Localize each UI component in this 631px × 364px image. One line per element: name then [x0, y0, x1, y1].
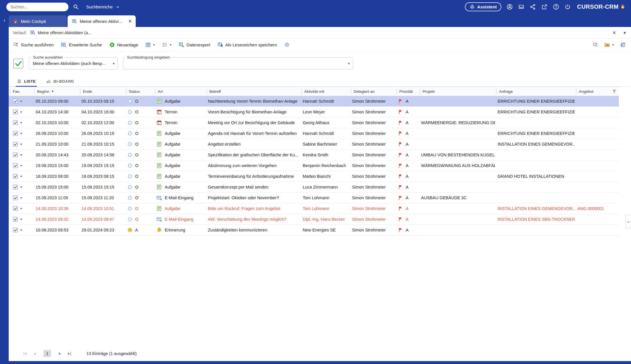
prev-page-button[interactable] [32, 351, 38, 357]
expand-left-panel-icon[interactable]: › [0, 14, 9, 27]
row-checkbox[interactable] [12, 152, 18, 158]
tab-mein-cockpit[interactable]: Mein Cockpit [9, 15, 67, 27]
search-scope-dropdown[interactable]: Suchbereiche [86, 4, 120, 9]
row-menu-caret[interactable]: ▾ [20, 131, 22, 135]
row-checkbox[interactable] [12, 120, 18, 126]
last-page-button[interactable] [66, 351, 72, 357]
saved-search-icon[interactable] [13, 58, 24, 69]
list-view-dropdown[interactable]: ▾ [162, 42, 172, 48]
table-row[interactable]: ▾ 04.10.2023 14:30 04.10.2023 16:00 O Te… [9, 107, 619, 117]
row-checkbox[interactable] [12, 163, 18, 169]
new-entry-button[interactable]: Neuanlage [109, 42, 138, 48]
col-header-status[interactable]: Status [125, 87, 154, 96]
row-menu-caret[interactable]: ▾ [20, 207, 22, 211]
logout-power-icon[interactable] [564, 3, 571, 10]
advanced-search-button[interactable]: Erweiterte Suche [61, 42, 102, 48]
new-entry-label: Neuanlage [117, 42, 138, 47]
table-row[interactable]: ▾ 15.09.2023 11:05 15.09.2023 11:20 O E-… [9, 193, 619, 203]
search-condition-label: Suchbedingung eingeben [126, 55, 171, 59]
table-row[interactable]: ▾ 05.10.2023 09:00 05.10.2023 09:15 O Au… [9, 96, 619, 107]
favorite-star-button[interactable] [284, 42, 290, 48]
col-header-ende[interactable]: Ende [79, 87, 125, 96]
row-checkbox[interactable] [12, 173, 18, 179]
betreff-cell: Nachbereitung Vorort-Termin Biomethan-An… [205, 99, 300, 104]
col-header-beginn[interactable]: Beginn▼ [33, 87, 79, 96]
column-filter-icon[interactable] [612, 89, 617, 94]
table-row[interactable]: ▾ 10.08.2023 09:53 29.01.2024 09:23 A Er… [9, 225, 619, 236]
user-account-icon[interactable] [506, 3, 513, 10]
row-checkbox[interactable] [12, 141, 18, 147]
delegiert-an-cell: Simon Strohmeier [349, 228, 395, 232]
row-menu-caret[interactable]: ▾ [20, 196, 22, 200]
col-header-art[interactable]: Art [154, 87, 205, 96]
row-menu-caret[interactable]: ▾ [20, 142, 22, 146]
data-export-button[interactable]: Datenexport [178, 42, 210, 48]
close-view-icon[interactable]: ✕ [612, 30, 616, 35]
row-menu-caret[interactable]: ▾ [20, 174, 22, 178]
tab-liste[interactable]: LISTE [16, 79, 37, 86]
row-menu-caret[interactable]: ▾ [20, 217, 22, 221]
tab-bi-board[interactable]: BI-BOARD [45, 79, 75, 86]
table-row[interactable]: ▾ 20.09.2023 14:43 20.09.2023 14:58 O Au… [9, 150, 619, 160]
run-search-button[interactable]: Suche ausführen [13, 42, 54, 48]
row-checkbox[interactable] [12, 184, 18, 190]
delegiert-an-cell: Simon Strohmeier [349, 142, 395, 146]
col-header-fav[interactable]: Fav. [9, 87, 33, 96]
next-page-button[interactable] [57, 351, 63, 357]
priority-flag-icon [398, 206, 403, 211]
history-item[interactable]: Meine offenen Aktivitäten (a... [30, 30, 91, 35]
table-row[interactable]: ▾ 02.10.2023 10:00 02.10.2023 12:00 O Te… [9, 117, 619, 128]
row-checkbox[interactable] [12, 195, 18, 201]
table-view-dropdown[interactable]: ▾ [145, 42, 155, 48]
table-row[interactable]: ▾ 26.09.2023 10:00 26.09.2023 10:15 O Au… [9, 128, 619, 139]
table-row[interactable]: ▾ 15.09.2023 15:00 15.09.2023 15:15 O Au… [9, 182, 619, 193]
collapse-right-panel-button[interactable]: « [625, 215, 631, 228]
tab-meine-offenen-aktivitaeten[interactable]: Meine offenen Aktivi... ✕ [68, 15, 136, 27]
col-header-projekt[interactable]: Projekt [418, 87, 495, 96]
search-select-combo[interactable]: Suche auswählen Meine offenen Aktivitäte… [29, 57, 118, 70]
open-folder-dropdown[interactable]: ▾ [604, 42, 614, 48]
table-row[interactable]: ▾ 14.09.2023 09:32 14.09.2023 09:47 O E-… [9, 214, 619, 225]
table-row[interactable]: ▾ 21.09.2023 10:00 21.09.2023 10:15 O Au… [9, 139, 619, 150]
share-icon[interactable] [530, 3, 536, 10]
current-page[interactable]: 1 [43, 350, 51, 357]
search-rights-button[interactable] [592, 42, 598, 48]
aktivitaet-mit-cell: Hannah Schmidt [300, 131, 349, 136]
col-header-delegiert-an[interactable]: Delegiert an [349, 87, 395, 96]
table-row[interactable]: ▾ 19.09.2023 15:00 19.09.2023 15:15 O Au… [9, 160, 619, 171]
col-header-aktivitaet-mit[interactable]: Aktivität mit [300, 87, 349, 96]
row-checkbox[interactable] [12, 206, 18, 211]
history-dropdown-icon[interactable]: ▾ [623, 30, 626, 35]
row-menu-caret[interactable]: ▾ [20, 121, 22, 125]
row-menu-caret[interactable]: ▾ [20, 153, 22, 157]
insert-into-table-button[interactable] [620, 42, 626, 48]
search-icon[interactable] [72, 3, 79, 10]
row-checkbox[interactable] [12, 131, 18, 136]
table-row[interactable]: ▾ 14.09.2023 10:36 14.09.2023 10:51 O Au… [9, 203, 619, 214]
row-menu-caret[interactable]: ▾ [20, 110, 22, 114]
row-menu-caret[interactable]: ▾ [20, 185, 22, 189]
save-bookmark-button[interactable]: Als Lesezeichen speichern [217, 42, 277, 48]
global-search-input[interactable] [6, 3, 68, 11]
row-menu-caret[interactable]: ▾ [20, 164, 22, 168]
row-checkbox[interactable] [12, 109, 18, 115]
row-checkbox[interactable] [12, 216, 18, 222]
prioritaet-cell: A [395, 142, 418, 147]
table-row[interactable]: ▾ 18.09.2023 08:00 18.09.2023 08:15 O Au… [9, 171, 619, 182]
aktivitaet-mit-cell: Luca Zimmermann [300, 185, 349, 189]
col-header-betreff[interactable]: Betreff [205, 87, 300, 96]
row-checkbox[interactable] [12, 98, 18, 104]
col-header-prioritaet[interactable]: Priorität [395, 87, 418, 96]
assistant-button[interactable]: Assistent [465, 2, 502, 11]
first-page-button[interactable] [22, 351, 28, 357]
open-in-new-icon[interactable] [541, 3, 548, 10]
col-header-anfrage[interactable]: Anfrage [495, 87, 575, 96]
row-menu-caret[interactable]: ▾ [20, 228, 22, 232]
left-collapsed-panel[interactable] [0, 27, 9, 361]
tab-close-icon[interactable]: ✕ [125, 19, 132, 23]
row-checkbox[interactable] [12, 227, 18, 233]
search-condition-combo[interactable]: Suchbedingung eingeben ▾ [123, 57, 353, 70]
inbox-icon[interactable] [518, 3, 525, 10]
help-icon[interactable] [553, 3, 559, 10]
row-menu-caret[interactable]: ▾ [20, 99, 22, 103]
